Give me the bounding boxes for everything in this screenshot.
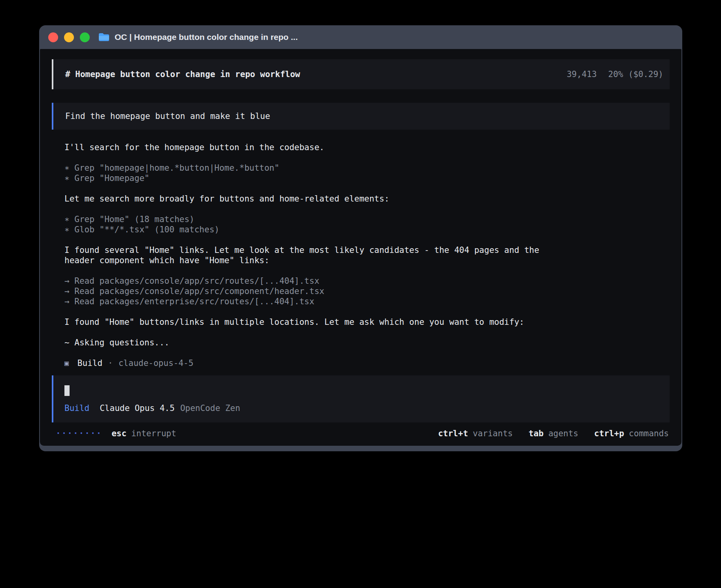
esc-key: esc xyxy=(111,428,126,439)
tool-call-grep: ∗ Grep "homepage|home.*button|Home.*butt… xyxy=(64,163,555,173)
tool-call-grep: ∗ Grep "Home" (18 matches) xyxy=(64,214,555,224)
terminal-window: OC | Homepage button color change in rep… xyxy=(39,25,682,451)
tool-call-glob: ∗ Glob "**/*.tsx" (100 matches) xyxy=(64,224,555,235)
hint-agents: tab agents xyxy=(528,428,578,439)
hint-interrupt: esc interrupt xyxy=(111,428,176,439)
tool-call-grep: ∗ Grep "Homepage" xyxy=(64,173,555,183)
session-stats: 39,413 20% ($0.29) xyxy=(567,69,663,79)
tool-call-group: ∗ Grep "Home" (18 matches) ∗ Glob "**/*.… xyxy=(64,214,555,235)
tool-call-read: → Read packages/console/app/src/routes/[… xyxy=(64,276,555,286)
folder-icon xyxy=(98,33,109,41)
agent-name: Build xyxy=(77,358,102,368)
zoom-button[interactable] xyxy=(80,32,90,42)
agent-separator: · xyxy=(108,358,113,368)
transcript: I'll search for the homepage button in t… xyxy=(52,142,670,368)
hint-variants: ctrl+t variants xyxy=(438,428,513,439)
agent-icon: ▣ xyxy=(64,358,69,368)
session-header: # Homepage button color change in repo w… xyxy=(52,59,670,89)
input-model: Claude Opus 4.5 xyxy=(100,403,175,413)
status-bar: ········ esc interrupt ctrl+t variants t… xyxy=(52,428,670,439)
agent-status: ▣ Build · claude-opus-4-5 xyxy=(64,358,555,368)
input-mode: Build xyxy=(64,403,89,413)
hint-commands: ctrl+p commands xyxy=(594,428,669,439)
tool-call-group: ∗ Grep "homepage|home.*button|Home.*butt… xyxy=(64,163,555,183)
text-cursor xyxy=(64,385,70,396)
tool-call-read: → Read packages/enterprise/src/routes/[.… xyxy=(64,296,555,307)
minimize-button[interactable] xyxy=(64,32,74,42)
window-title: OC | Homepage button color change in rep… xyxy=(115,32,298,42)
user-message: Find the homepage button and make it blu… xyxy=(52,103,670,130)
terminal-content: # Homepage button color change in repo w… xyxy=(40,49,681,446)
assistant-text: Let me search more broadly for buttons a… xyxy=(64,194,555,204)
context-percent: 20% xyxy=(608,69,623,79)
spinner-icon: ········ xyxy=(56,428,102,439)
assistant-text: I found several "Home" links. Let me loo… xyxy=(64,245,555,266)
titlebar: OC | Homepage button color change in rep… xyxy=(39,25,682,49)
close-button[interactable] xyxy=(48,32,58,42)
keyboard-hints: ctrl+t variants tab agents ctrl+p comman… xyxy=(438,428,669,439)
input-provider: OpenCode Zen xyxy=(180,403,240,413)
traffic-lights xyxy=(48,32,90,42)
token-count: 39,413 xyxy=(567,69,597,79)
window-title-group: OC | Homepage button color change in rep… xyxy=(98,32,298,42)
assistant-text: I'll search for the homepage button in t… xyxy=(64,142,555,153)
session-cost: ($0.29) xyxy=(628,69,663,79)
prompt-input[interactable]: Build Claude Opus 4.5 OpenCode Zen xyxy=(52,375,670,422)
assistant-text: I found "Home" buttons/links in multiple… xyxy=(64,317,555,327)
session-title: # Homepage button color change in repo w… xyxy=(65,69,300,79)
input-meta: Build Claude Opus 4.5 OpenCode Zen xyxy=(64,403,658,413)
tool-call-read: → Read packages/console/app/src/componen… xyxy=(64,286,555,296)
agent-model: claude-opus-4-5 xyxy=(119,358,194,368)
asking-questions-status: ~ Asking questions... xyxy=(64,337,555,348)
tool-call-group: → Read packages/console/app/src/routes/[… xyxy=(64,276,555,307)
user-message-text: Find the homepage button and make it blu… xyxy=(65,111,270,121)
